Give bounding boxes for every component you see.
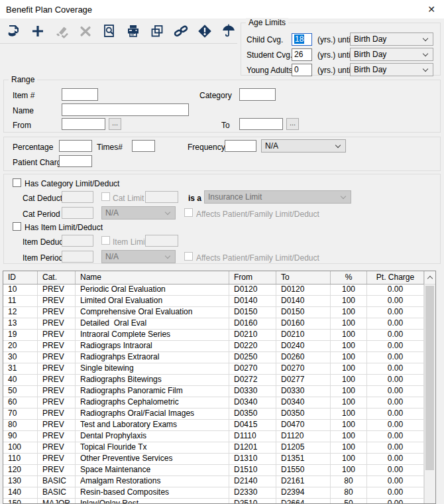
from-label: From: [13, 121, 31, 130]
frequency-label: Frequency: [188, 143, 225, 152]
table-cell: 100: [331, 431, 367, 442]
link-button[interactable]: [173, 23, 189, 39]
table-cell: Topical Flouride Tx: [76, 442, 229, 453]
from-input[interactable]: [62, 118, 105, 130]
child-cvg-until-select[interactable]: Birth Day: [350, 32, 433, 46]
copy-button[interactable]: [149, 23, 165, 39]
column-header[interactable]: Name: [76, 271, 229, 284]
table-row[interactable]: 31PREVSingle bitewingD0270D02701000.00: [3, 363, 424, 375]
cat-period-input: [62, 207, 93, 219]
item-number-input[interactable]: [62, 88, 98, 101]
table-cell: D0210: [229, 330, 276, 340]
frequency-input[interactable]: [225, 140, 256, 152]
table-cell: 140: [3, 487, 38, 498]
table-cell: PREV: [38, 386, 76, 397]
column-header[interactable]: Cat.: [38, 271, 76, 284]
table-row[interactable]: 80PREVTest and Laboratory ExamsD0415D047…: [3, 420, 424, 431]
table-cell: Detailed Oral Eval: [76, 318, 229, 329]
scroll-up-button[interactable]: [425, 271, 435, 284]
add-button[interactable]: [30, 23, 46, 39]
cat-deduct-input: [62, 191, 93, 203]
table-cell: D1110: [229, 431, 276, 442]
table-cell: D2664: [276, 499, 331, 504]
table-row[interactable]: 130BASICAmalgam RestorationsD2140D216180…: [3, 476, 424, 487]
print-button[interactable]: [125, 23, 141, 39]
column-header[interactable]: From: [229, 271, 276, 284]
cat-deduct-label: Cat Deduct: [23, 194, 62, 203]
table-row[interactable]: 60PREVRadiographs CephalometricD0340D034…: [3, 397, 424, 409]
table-cell: PREV: [38, 296, 76, 306]
vertical-scrollbar[interactable]: [424, 271, 435, 503]
table-cell: 50: [3, 386, 38, 397]
table-row[interactable]: 120PREVSpace MaintenanceD1510D15501000.0…: [3, 465, 424, 476]
table-cell: 100: [331, 341, 367, 351]
table-cell: 150: [3, 499, 38, 504]
table-row[interactable]: 100PREVTopical Flouride TxD1201D12051000…: [3, 442, 424, 454]
child-cvg-input[interactable]: 18: [292, 33, 312, 46]
column-header[interactable]: %: [331, 271, 367, 284]
young-adults-input[interactable]: 0: [292, 64, 312, 76]
has-item-limit-checkbox[interactable]: [13, 222, 21, 231]
student-cvg-input[interactable]: 26: [292, 48, 312, 61]
table-cell: PREV: [38, 431, 76, 442]
table-cell: D0160: [229, 318, 276, 329]
percentage-input[interactable]: [59, 140, 92, 152]
table-row[interactable]: 20PREVRadiograps IntraoralD0220D02401000…: [3, 341, 424, 352]
table-cell: 100: [331, 375, 367, 385]
preview-button[interactable]: [101, 23, 117, 39]
to-browse-button[interactable]: ...: [286, 118, 299, 130]
table-row[interactable]: 19PREVIntraoral Complete SeriesD0210D021…: [3, 330, 424, 341]
table-row[interactable]: 13PREVDetailed Oral EvalD0160D01601000.0…: [3, 318, 424, 330]
close-icon[interactable]: ✕: [424, 3, 439, 16]
table-row[interactable]: 11PREVLimited Oral EvaluationD0140D01401…: [3, 296, 424, 307]
chevron-down-icon: [335, 143, 341, 148]
patient-charge-input[interactable]: [59, 155, 92, 167]
times-input[interactable]: [132, 140, 155, 152]
table-row[interactable]: 12PREVComprehensive Oral EvaluationD0150…: [3, 307, 424, 318]
frequency-select[interactable]: N/A: [261, 139, 346, 153]
table-cell: Radiograhps Extraoral: [76, 352, 229, 363]
alert-button[interactable]: [197, 23, 213, 39]
table-cell: 100: [331, 420, 367, 430]
item-limit-input: [145, 235, 178, 247]
category-input[interactable]: [239, 88, 276, 101]
table-cell: 100: [331, 318, 367, 329]
chevron-down-icon: [165, 253, 170, 259]
to-input[interactable]: [239, 118, 283, 130]
young-adults-label: Young Adults: [247, 66, 293, 75]
times-label: Times#: [97, 143, 123, 152]
name-input[interactable]: [62, 103, 189, 116]
table-row[interactable]: 70PREVRadiographs Oral/Facial ImagesD035…: [3, 409, 424, 420]
student-cvg-until-select[interactable]: Birth Day: [350, 48, 433, 61]
table-row[interactable]: 40PREVRadiographs BitewingsD0272D0277100…: [3, 375, 424, 386]
from-browse-button[interactable]: ...: [109, 118, 121, 130]
scrollbar-thumb[interactable]: [425, 286, 434, 470]
table-cell: 100: [331, 296, 367, 306]
column-header[interactable]: Pt. Charge: [367, 271, 424, 284]
young-adults-until-select[interactable]: Birth Day: [350, 63, 433, 76]
table-cell: PREV: [38, 409, 76, 419]
column-header[interactable]: To: [276, 271, 331, 284]
table-row[interactable]: 140BASICResin-based CompositesD2330D2394…: [3, 487, 424, 499]
table-row[interactable]: 150MAJORInlay/Onlay RestD2510D2664500.00: [3, 499, 424, 504]
table-cell: 120: [3, 465, 38, 475]
table-row[interactable]: 50PREVRadiographs Panoramic FilmD0330D03…: [3, 386, 424, 397]
table-cell: 0.00: [367, 476, 424, 487]
edit-button: [54, 23, 70, 39]
open-plan-button[interactable]: [6, 23, 22, 39]
table-cell: PREV: [38, 307, 76, 318]
coverage-box: Percentage Times# Frequency N/A Patient …: [3, 137, 441, 171]
table-cell: 0.00: [367, 296, 424, 306]
table-cell: PREV: [38, 352, 76, 363]
table-row[interactable]: 90PREVDental ProphylaxisD1110D11201000.0…: [3, 431, 424, 442]
table-cell: Periodic Oral Evaluation: [76, 284, 229, 295]
table-row[interactable]: 30PREVRadiograhps ExtraoralD0250D0260100…: [3, 352, 424, 363]
table-cell: D0350: [276, 409, 331, 419]
has-category-limit-checkbox[interactable]: [13, 178, 21, 187]
chevron-down-icon: [423, 51, 428, 56]
column-header[interactable]: ID: [3, 271, 38, 284]
table-cell: Radiograps Intraoral: [76, 341, 229, 351]
table-row[interactable]: 110PREVOther Preventive ServicesD1310D13…: [3, 454, 424, 465]
umbrella-button[interactable]: [221, 23, 237, 39]
table-row[interactable]: 10PREVPeriodic Oral EvaluationD0120D0120…: [3, 284, 424, 296]
